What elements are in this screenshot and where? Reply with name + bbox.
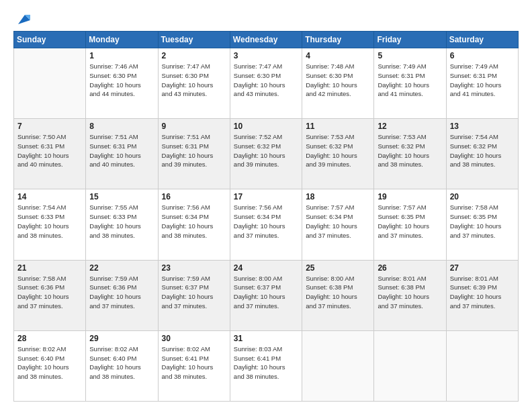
day-number: 17 [234,192,298,201]
day-info: Sunrise: 8:01 AM Sunset: 6:39 PM Dayligh… [450,274,515,311]
day-number: 15 [89,192,154,201]
calendar-cell: 21Sunrise: 7:58 AM Sunset: 6:36 PM Dayli… [14,260,86,330]
week-row-2: 7Sunrise: 7:50 AM Sunset: 6:31 PM Daylig… [14,119,519,189]
day-number: 21 [17,263,82,273]
calendar-cell: 31Sunrise: 8:03 AM Sunset: 6:41 PM Dayli… [230,330,302,401]
calendar-cell: 9Sunrise: 7:51 AM Sunset: 6:31 PM Daylig… [158,119,230,189]
day-info: Sunrise: 7:50 AM Sunset: 6:31 PM Dayligh… [17,132,82,169]
day-info: Sunrise: 7:53 AM Sunset: 6:32 PM Dayligh… [378,132,442,169]
weekday-monday: Monday [86,32,158,48]
calendar-cell: 18Sunrise: 7:57 AM Sunset: 6:34 PM Dayli… [302,189,374,260]
day-number: 11 [306,122,370,131]
day-info: Sunrise: 8:01 AM Sunset: 6:38 PM Dayligh… [378,274,442,311]
day-number: 30 [162,334,226,343]
calendar-cell: 25Sunrise: 8:00 AM Sunset: 6:38 PM Dayli… [302,260,374,330]
day-info: Sunrise: 7:49 AM Sunset: 6:31 PM Dayligh… [378,62,442,99]
weekday-friday: Friday [374,32,446,48]
calendar-cell: 28Sunrise: 8:02 AM Sunset: 6:40 PM Dayli… [14,330,86,401]
logo-icon [15,12,30,27]
day-number: 14 [17,192,82,201]
day-number: 8 [89,122,154,131]
day-info: Sunrise: 7:51 AM Sunset: 6:31 PM Dayligh… [162,132,226,169]
calendar-cell: 19Sunrise: 7:57 AM Sunset: 6:35 PM Dayli… [374,189,446,260]
calendar-cell: 29Sunrise: 8:02 AM Sunset: 6:40 PM Dayli… [86,330,158,401]
day-number: 25 [306,263,370,273]
day-number: 29 [89,334,154,343]
calendar-cell [14,48,86,119]
day-number: 6 [450,51,515,60]
calendar-cell: 3Sunrise: 7:47 AM Sunset: 6:30 PM Daylig… [230,48,302,119]
calendar-cell: 10Sunrise: 7:52 AM Sunset: 6:32 PM Dayli… [230,119,302,189]
calendar-cell: 14Sunrise: 7:54 AM Sunset: 6:33 PM Dayli… [14,189,86,260]
day-info: Sunrise: 7:58 AM Sunset: 6:36 PM Dayligh… [17,274,82,311]
day-number: 5 [378,51,442,60]
logo [13,12,30,24]
day-info: Sunrise: 8:02 AM Sunset: 6:40 PM Dayligh… [17,345,82,381]
calendar-cell: 1Sunrise: 7:46 AM Sunset: 6:30 PM Daylig… [86,48,158,119]
calendar-cell: 11Sunrise: 7:53 AM Sunset: 6:32 PM Dayli… [302,119,374,189]
day-number: 3 [234,51,298,60]
day-number: 28 [17,334,82,343]
calendar-cell: 4Sunrise: 7:48 AM Sunset: 6:30 PM Daylig… [302,48,374,119]
day-info: Sunrise: 7:49 AM Sunset: 6:31 PM Dayligh… [450,62,515,99]
day-number: 16 [162,192,226,201]
day-info: Sunrise: 7:47 AM Sunset: 6:30 PM Dayligh… [162,62,226,99]
header [13,12,519,24]
day-number: 18 [306,192,370,201]
day-info: Sunrise: 8:03 AM Sunset: 6:41 PM Dayligh… [234,345,298,381]
weekday-sunday: Sunday [14,32,86,48]
calendar-cell: 13Sunrise: 7:54 AM Sunset: 6:32 PM Dayli… [446,119,518,189]
calendar-cell: 7Sunrise: 7:50 AM Sunset: 6:31 PM Daylig… [14,119,86,189]
calendar-cell: 20Sunrise: 7:58 AM Sunset: 6:35 PM Dayli… [446,189,518,260]
calendar-cell: 17Sunrise: 7:56 AM Sunset: 6:34 PM Dayli… [230,189,302,260]
day-info: Sunrise: 7:58 AM Sunset: 6:35 PM Dayligh… [450,203,515,240]
calendar-cell: 26Sunrise: 8:01 AM Sunset: 6:38 PM Dayli… [374,260,446,330]
day-number: 23 [162,263,226,273]
day-number: 26 [378,263,442,273]
weekday-saturday: Saturday [446,32,518,48]
calendar-cell: 23Sunrise: 7:59 AM Sunset: 6:37 PM Dayli… [158,260,230,330]
week-row-1: 1Sunrise: 7:46 AM Sunset: 6:30 PM Daylig… [14,48,519,119]
week-row-5: 28Sunrise: 8:02 AM Sunset: 6:40 PM Dayli… [14,330,519,401]
day-info: Sunrise: 7:59 AM Sunset: 6:36 PM Dayligh… [89,274,154,311]
weekday-wednesday: Wednesday [230,32,302,48]
weekday-header-row: SundayMondayTuesdayWednesdayThursdayFrid… [14,32,519,48]
calendar-cell: 8Sunrise: 7:51 AM Sunset: 6:31 PM Daylig… [86,119,158,189]
day-number: 10 [234,122,298,131]
weekday-tuesday: Tuesday [158,32,230,48]
day-info: Sunrise: 7:56 AM Sunset: 6:34 PM Dayligh… [162,203,226,240]
day-number: 24 [234,263,298,273]
day-number: 27 [450,263,515,273]
day-number: 7 [17,122,82,131]
day-info: Sunrise: 7:56 AM Sunset: 6:34 PM Dayligh… [234,203,298,240]
day-number: 19 [378,192,442,201]
day-info: Sunrise: 8:02 AM Sunset: 6:41 PM Dayligh… [162,345,226,381]
day-info: Sunrise: 7:52 AM Sunset: 6:32 PM Dayligh… [234,132,298,169]
calendar-cell: 16Sunrise: 7:56 AM Sunset: 6:34 PM Dayli… [158,189,230,260]
calendar-cell: 22Sunrise: 7:59 AM Sunset: 6:36 PM Dayli… [86,260,158,330]
calendar-cell: 12Sunrise: 7:53 AM Sunset: 6:32 PM Dayli… [374,119,446,189]
day-info: Sunrise: 7:57 AM Sunset: 6:35 PM Dayligh… [378,203,442,240]
calendar-cell: 30Sunrise: 8:02 AM Sunset: 6:41 PM Dayli… [158,330,230,401]
day-info: Sunrise: 7:54 AM Sunset: 6:33 PM Dayligh… [17,203,82,240]
weekday-thursday: Thursday [302,32,374,48]
calendar-cell: 5Sunrise: 7:49 AM Sunset: 6:31 PM Daylig… [374,48,446,119]
day-number: 31 [234,334,298,343]
day-number: 13 [450,122,515,131]
day-number: 2 [162,51,226,60]
calendar-cell [446,330,518,401]
week-row-3: 14Sunrise: 7:54 AM Sunset: 6:33 PM Dayli… [14,189,519,260]
day-info: Sunrise: 8:00 AM Sunset: 6:38 PM Dayligh… [306,274,370,311]
day-info: Sunrise: 7:57 AM Sunset: 6:34 PM Dayligh… [306,203,370,240]
calendar-cell: 6Sunrise: 7:49 AM Sunset: 6:31 PM Daylig… [446,48,518,119]
day-number: 20 [450,192,515,201]
calendar-cell: 2Sunrise: 7:47 AM Sunset: 6:30 PM Daylig… [158,48,230,119]
day-info: Sunrise: 8:00 AM Sunset: 6:37 PM Dayligh… [234,274,298,311]
day-number: 22 [89,263,154,273]
calendar-cell [374,330,446,401]
calendar-cell: 27Sunrise: 8:01 AM Sunset: 6:39 PM Dayli… [446,260,518,330]
calendar-table: SundayMondayTuesdayWednesdayThursdayFrid… [13,31,519,402]
page: SundayMondayTuesdayWednesdayThursdayFrid… [0,0,532,411]
day-info: Sunrise: 8:02 AM Sunset: 6:40 PM Dayligh… [89,345,154,381]
day-number: 12 [378,122,442,131]
